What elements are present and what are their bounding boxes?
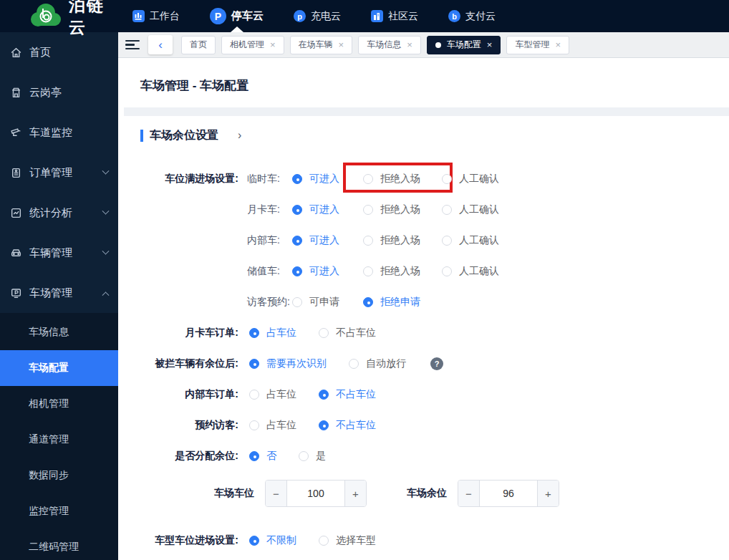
radio-monthly-allow[interactable]: 可进入 (292, 203, 363, 216)
radio-label: 是 (316, 450, 326, 463)
radio-stored-allow[interactable]: 可进入 (292, 265, 363, 278)
radio-type-unlimited[interactable]: 不限制 (249, 534, 296, 547)
close-icon[interactable]: × (555, 40, 561, 49)
radio-label: 可申请 (309, 296, 339, 309)
radio-internal-allow[interactable]: 可进入 (292, 234, 363, 247)
plus-button[interactable]: + (344, 481, 366, 506)
brand-logo[interactable]: 泊链云 (0, 0, 118, 39)
sidebar-subitem-monitor-mgmt[interactable]: 监控管理 (0, 493, 118, 529)
radio-visitor-no-occupy[interactable]: 不占车位 (319, 419, 376, 432)
tab-onsite-vehicles[interactable]: 在场车辆 × (290, 36, 353, 54)
sidebar-item-parking-lots[interactable]: 车场管理 (0, 273, 118, 313)
parking-cloud-icon: P (210, 8, 226, 24)
radio-temp-allow[interactable]: 可进入 (292, 173, 363, 185)
radio-visitor-occupy[interactable]: 占车位 (249, 419, 296, 432)
radio-monthly-order-no-occupy[interactable]: 不占车位 (319, 327, 376, 339)
page-header: 车场管理 - 车场配置 (118, 59, 729, 107)
tab-label: 车场配置 (447, 39, 481, 51)
tabs-scroll-left-button[interactable]: ‹ (148, 35, 173, 54)
radio-visitor-allow-apply[interactable]: 可申请 (292, 296, 363, 309)
radio-icon (363, 205, 373, 215)
tab-vehicle-type-mgmt[interactable]: 车型管理 × (506, 36, 569, 54)
tab-camera-mgmt[interactable]: 相机管理 × (221, 36, 284, 54)
sidebar-item-lane-monitor[interactable]: 车道监控 (0, 112, 118, 153)
radio-allocate-no[interactable]: 否 (249, 450, 276, 463)
section-header: 车场余位设置 › (140, 127, 729, 143)
topnav-label: 充电云 (311, 10, 341, 23)
chevron-right-icon[interactable]: › (238, 129, 241, 142)
remaining-spaces-value[interactable]: 96 (480, 481, 537, 506)
sidebar-subitem-lot-info[interactable]: 车场信息 (0, 314, 118, 350)
radio-monthly-reject[interactable]: 拒绝入场 (363, 203, 442, 216)
total-spaces-value[interactable]: 100 (287, 481, 344, 506)
form-row-allocate-spaces: 是否分配余位: 否 是 (140, 440, 729, 471)
sidebar-item-cloud-booth[interactable]: 云岗亭 (0, 72, 118, 112)
tab-lot-config[interactable]: 车场配置 × (427, 36, 501, 54)
radio-label: 占车位 (266, 327, 296, 339)
form-row-vehicle-type-entry: 车型车位进场设置: 不限制 选择车型 (140, 525, 729, 556)
vehicle-icon (10, 247, 22, 259)
close-icon[interactable]: × (487, 40, 493, 49)
radio-blocked-auto-release[interactable]: 自动放行 (349, 357, 406, 370)
close-icon[interactable]: × (270, 40, 276, 49)
radio-temp-reject[interactable]: 拒绝入场 (363, 173, 442, 185)
radio-monthly-order-occupy[interactable]: 占车位 (249, 327, 296, 339)
radio-stored-reject[interactable]: 拒绝入场 (363, 265, 442, 278)
sidebar-item-vehicles[interactable]: 车辆管理 (0, 233, 118, 273)
radio-label: 占车位 (266, 388, 296, 401)
sidebar: 首页 云岗亭 车道监控 订单管理 统计分析 (0, 32, 118, 560)
subitem-label: 车场信息 (29, 326, 69, 339)
radio-label: 人工确认 (459, 234, 499, 247)
radio-internal-order-occupy[interactable]: 占车位 (249, 388, 296, 401)
chevron-down-icon (102, 167, 110, 174)
topnav-charging-cloud[interactable]: p 充电云 (294, 0, 341, 32)
radio-label: 拒绝入场 (380, 173, 420, 185)
sidebar-subitem-data-sync[interactable]: 数据同步 (0, 458, 118, 493)
radio-internal-reject[interactable]: 拒绝入场 (363, 234, 442, 247)
tab-home[interactable]: 首页 (181, 36, 216, 54)
topnav-parking-cloud[interactable]: P 停车云 (210, 0, 264, 32)
radio-temp-manual[interactable]: 人工确认 (442, 173, 499, 185)
close-icon[interactable]: × (407, 40, 412, 49)
radio-visitor-reject-apply[interactable]: 拒绝申请 (363, 296, 420, 309)
sidebar-subitem-lot-config[interactable]: 车场配置 (0, 350, 118, 386)
radio-icon (249, 536, 259, 546)
lot-config-card: 车场余位设置 › 车位满进场设置: 临时车: 可进入 拒绝入场 人工确认 (124, 116, 729, 560)
sidebar-item-orders[interactable]: 订单管理 (0, 153, 118, 193)
collapse-menu-icon[interactable] (125, 38, 140, 52)
radio-icon (442, 205, 452, 215)
plus-button[interactable]: + (537, 481, 559, 506)
radio-internal-manual[interactable]: 人工确认 (442, 234, 499, 247)
radio-label: 人工确认 (459, 265, 499, 278)
topnav-label: 支付云 (465, 10, 496, 23)
radio-internal-order-no-occupy[interactable]: 不占车位 (319, 388, 376, 401)
topnav-payment-cloud[interactable]: b 支付云 (448, 0, 496, 32)
radio-label: 可进入 (309, 173, 339, 185)
total-spaces-stepper: − 100 + (265, 480, 367, 507)
close-icon[interactable]: × (339, 40, 344, 49)
sidebar-subitem-channel-mgmt[interactable]: 通道管理 (0, 422, 118, 458)
sidebar-subitem-camera-mgmt[interactable]: 相机管理 (0, 386, 118, 422)
sidebar-item-statistics[interactable]: 统计分析 (0, 193, 118, 233)
sidebar-item-label: 订单管理 (29, 166, 72, 180)
form-row-visitor-reservation: 访客预约: 可申请 拒绝申请 (140, 286, 729, 317)
tab-label: 车场信息 (367, 39, 401, 51)
radio-icon (363, 174, 373, 184)
topnav-community-cloud[interactable]: 社区云 (371, 0, 418, 32)
minus-button[interactable]: − (458, 481, 480, 506)
radio-label: 自动放行 (366, 357, 406, 370)
radio-stored-manual[interactable]: 人工确认 (442, 265, 499, 278)
topnav-label: 停车云 (231, 9, 264, 23)
sidebar-subitem-qrcode-mgmt[interactable]: 二维码管理 (0, 529, 118, 560)
tab-lot-info[interactable]: 车场信息 × (358, 36, 421, 54)
minus-button[interactable]: − (266, 481, 287, 506)
radio-blocked-rerecognize[interactable]: 需要再次识别 (249, 357, 327, 370)
help-icon[interactable]: ? (430, 357, 443, 370)
radio-type-select[interactable]: 选择车型 (319, 534, 376, 547)
radio-monthly-manual[interactable]: 人工确认 (442, 203, 499, 216)
radio-allocate-yes[interactable]: 是 (299, 450, 326, 463)
radio-label: 不限制 (266, 534, 296, 547)
chevron-down-icon (102, 207, 110, 214)
topnav-label: 社区云 (388, 10, 418, 23)
topnav-workbench[interactable]: 工作台 (132, 0, 180, 32)
